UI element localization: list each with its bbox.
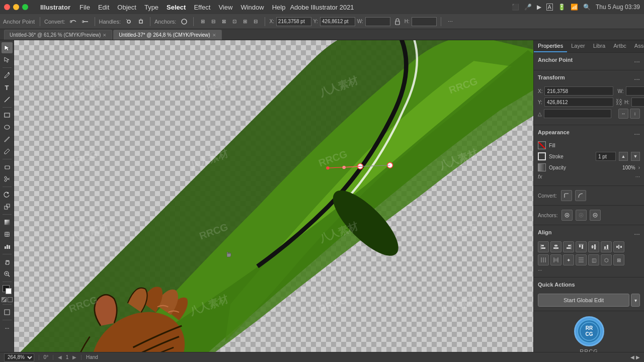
menu-file[interactable]: File [79,4,90,11]
line-tool[interactable] [2,94,13,105]
align-center-h-btn[interactable]: ⊟ [208,17,218,27]
y-input[interactable] [320,17,355,26]
distribute-btn[interactable] [613,241,624,252]
align-left-btn[interactable]: ⊞ [198,17,208,27]
align-more-btn[interactable]: ··· [634,230,640,238]
opacity-swatch[interactable] [538,163,546,171]
tab-document-2[interactable]: Untitled-37* @ 264,8 % (CMYK/Preview) ✕ [113,30,221,40]
transform-x-input[interactable] [544,86,613,96]
align-left-btn[interactable] [538,241,549,252]
convert-btn-1[interactable] [68,17,78,27]
transform-rotate-input[interactable] [544,109,611,118]
anchor-more-btn[interactable]: ··· [634,57,640,65]
mic-icon[interactable]: 🎤 [524,4,532,11]
minimize-button[interactable] [13,4,19,10]
more-options-btn[interactable]: ⋯ [445,17,455,27]
more-tools-btn[interactable]: ··· [2,322,13,333]
stroke-weight-up[interactable]: ▲ [619,152,628,161]
no-color-icon[interactable] [8,297,13,302]
align-top-btn[interactable]: ⊡ [229,17,239,27]
gradient-tool[interactable] [2,217,13,228]
appearance-more-btn[interactable]: ··· [634,130,640,138]
bar-chart-tool[interactable] [2,241,13,252]
menu-effect[interactable]: Effect [194,4,210,11]
menu-help[interactable]: Help [272,4,286,11]
menu-type[interactable]: Type [144,4,158,11]
rectangle-tool[interactable] [2,110,13,121]
pen-tool[interactable] [2,70,13,81]
transform-h-input[interactable] [631,98,644,107]
handle-btn-1[interactable] [124,17,134,27]
panel-tab-libraries[interactable]: Libra [589,40,609,52]
scroll-prev-btn[interactable]: ◀ [630,354,634,360]
rotate-tool[interactable] [2,189,13,200]
flip-v-btn[interactable]: ↕ [630,109,640,119]
align-bottom-btn[interactable] [601,241,612,252]
menu-select[interactable]: Select [167,4,186,11]
align-center-h-btn[interactable] [550,241,561,252]
dist-top-btn[interactable] [576,254,587,265]
h-input[interactable] [412,17,437,26]
transform-y-input[interactable] [544,98,613,107]
scissors-tool[interactable] [2,173,13,185]
dist-center-h-btn[interactable] [550,254,561,265]
page-nav-left[interactable]: ◀ [58,354,62,360]
align-bottom-btn[interactable]: ⊟ [251,17,261,27]
scale-tool[interactable] [2,201,13,212]
remove-anchor-btn[interactable] [590,210,601,221]
dist-left-btn[interactable] [538,254,549,265]
dist-center-v-btn[interactable]: ◫ [588,254,599,265]
type-tool[interactable]: T [2,82,13,93]
pencil-tool[interactable] [2,146,13,157]
tab-1-close[interactable]: ✕ [103,33,107,38]
hand-tool[interactable] [2,256,13,267]
menu-object[interactable]: Object [117,4,136,11]
cc-icon[interactable]: A [546,4,553,11]
stroke-weight-down[interactable]: ▼ [631,152,640,161]
transform-w-input[interactable] [626,86,645,96]
tab-document-1[interactable]: Untitled-36* @ 61,26 % (CMYK/Preview) ✕ [4,30,112,40]
fullscreen-button[interactable] [22,4,28,10]
quick-actions-dropdown-btn[interactable]: ▾ [631,294,640,307]
constrain-proportions-btn[interactable] [392,17,403,27]
show-handles-btn[interactable] [561,210,573,221]
fill-swatch[interactable] [538,141,546,149]
align-right-btn[interactable] [563,241,574,252]
flip-h-btn[interactable]: ↔ [618,109,628,119]
zoom-select[interactable]: 264,8% [4,353,34,361]
search-icon[interactable]: 🔍 [583,4,591,11]
align-right-btn[interactable]: ⊠ [219,17,229,27]
stroke-swatch[interactable] [538,152,546,160]
menu-window[interactable]: Window [240,4,264,11]
direct-selection-tool[interactable] [2,54,13,65]
handle-btn-2[interactable] [136,17,146,27]
convert-smooth-btn[interactable] [575,190,586,201]
align-center-v-btn[interactable]: ⊞ [240,17,250,27]
stroke-weight-input[interactable] [596,152,616,161]
opacity-expand[interactable]: › [638,165,640,170]
w-input[interactable] [365,17,390,26]
close-button[interactable] [4,4,10,10]
page-nav-right[interactable]: ▶ [72,354,76,360]
appearance-more-2[interactable]: ··· [635,173,640,179]
convert-btn-2[interactable] [80,17,91,27]
paintbrush-tool[interactable] [2,134,13,145]
change-screen-mode[interactable] [2,307,13,318]
panel-tab-artboards[interactable]: Artbc [609,40,630,52]
start-global-edit-btn[interactable]: Start Global Edit [538,294,629,307]
mesh-tool[interactable] [2,229,13,240]
panel-tab-layer[interactable]: Layer [567,40,589,52]
constrain-icon[interactable]: ⛓ [615,98,622,106]
x-input[interactable] [276,17,311,26]
align-top-btn[interactable] [576,241,587,252]
panel-tab-properties[interactable]: Properties [534,40,567,52]
color-fill-stroke[interactable] [2,284,13,295]
screen-icon[interactable]: ⬛ [512,4,519,11]
scroll-next-btn[interactable]: ▶ [636,354,640,360]
play-icon[interactable]: ▶ [537,4,541,11]
dist-spacing-btn[interactable]: ⊞ [613,254,624,265]
transform-more-btn[interactable]: ··· [634,75,640,83]
dist-bottom-btn[interactable]: ⬡ [601,254,612,265]
align-middle-btn[interactable] [588,241,599,252]
panel-tab-assets[interactable]: Asse [630,40,644,52]
